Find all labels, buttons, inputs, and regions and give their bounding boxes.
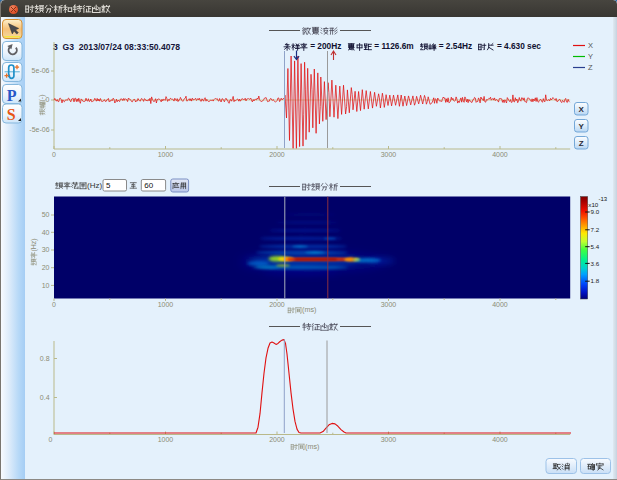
svg-text:10: 10 (42, 282, 50, 289)
svg-text:Z: Z (588, 63, 593, 72)
svg-text:0: 0 (52, 151, 56, 158)
svg-text:2000: 2000 (269, 301, 285, 308)
svg-text:1.8: 1.8 (591, 277, 600, 284)
svg-text:60: 60 (144, 181, 153, 190)
svg-text:(Hz): (Hz) (30, 238, 38, 251)
svg-text:(ms): (ms) (302, 305, 316, 314)
svg-text:X: X (579, 105, 585, 114)
svg-text:3000: 3000 (381, 151, 397, 158)
svg-text:3000: 3000 (381, 301, 397, 308)
svg-text:-5e-06: -5e-06 (29, 126, 49, 133)
svg-text:0: 0 (49, 436, 53, 443)
svg-text:3000: 3000 (381, 436, 397, 443)
svg-text:3 G3 2013/07/24 08:33:50.407: 3 G3 2013/07/24 08:33:50.4078 (53, 42, 180, 52)
svg-text:(-): (-) (38, 95, 46, 102)
svg-text:X: X (588, 41, 593, 50)
svg-text:0.4: 0.4 (40, 394, 50, 401)
svg-text:20: 20 (42, 264, 50, 271)
svg-text:5: 5 (106, 181, 111, 190)
svg-text:30: 30 (42, 246, 50, 253)
svg-text:Y: Y (579, 122, 585, 131)
svg-text:= 1126.6m: = 1126.6m (372, 41, 418, 51)
svg-text:4000: 4000 (492, 436, 508, 443)
svg-text:4000: 4000 (492, 151, 508, 158)
svg-text:Y: Y (588, 52, 593, 61)
svg-text:= 4.630 sec: = 4.630 sec (495, 41, 542, 51)
svg-text:5.4: 5.4 (591, 243, 600, 250)
svg-text:9.0: 9.0 (591, 208, 600, 215)
svg-text:40: 40 (42, 229, 50, 236)
svg-text:0.8: 0.8 (40, 355, 50, 362)
svg-text:7.2: 7.2 (591, 226, 600, 233)
svg-text:50: 50 (42, 211, 50, 218)
svg-text:0: 0 (46, 96, 50, 103)
svg-text:2000: 2000 (269, 436, 285, 443)
svg-text:4000: 4000 (492, 301, 508, 308)
svg-text:Z: Z (579, 139, 584, 148)
svg-text:1000: 1000 (158, 436, 174, 443)
svg-text:= 2.54Hz: = 2.54Hz (436, 41, 476, 51)
svg-text:0: 0 (52, 301, 56, 308)
svg-text:3.6: 3.6 (591, 260, 600, 267)
svg-text:2000: 2000 (269, 151, 285, 158)
svg-text:5e-06: 5e-06 (32, 67, 50, 74)
svg-text:1000: 1000 (158, 151, 174, 158)
svg-text:P: P (7, 87, 17, 104)
svg-text:-13: -13 (599, 196, 608, 202)
svg-text:= 200Hz: = 200Hz (308, 41, 346, 51)
svg-text:(Hz): (Hz) (87, 181, 102, 190)
svg-text:S: S (7, 106, 16, 123)
svg-text:(ms): (ms) (305, 442, 319, 451)
svg-text:1000: 1000 (158, 301, 174, 308)
svg-text:x10: x10 (588, 201, 599, 208)
